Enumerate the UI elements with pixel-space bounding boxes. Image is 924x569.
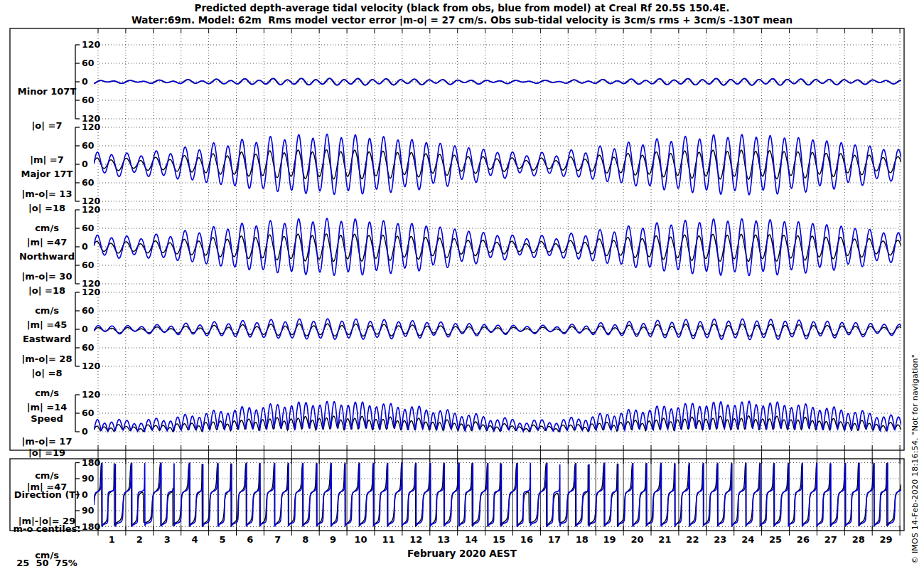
ytick-label-direction: 180 (82, 523, 100, 531)
day-label-3: 3 (164, 534, 171, 545)
day-label-14: 14 (465, 534, 478, 545)
ytick-label-east: 60 (82, 307, 94, 315)
ytick-label-speed: 60 (82, 409, 94, 418)
day-label-12: 12 (409, 534, 422, 545)
day-label-7: 7 (274, 534, 281, 545)
day-label-24: 24 (741, 534, 754, 545)
day-label-26: 26 (797, 534, 810, 545)
panel-info-line: Northward (1, 251, 92, 262)
panel-info-line: m-o centiles: (1, 523, 92, 535)
day-label-20: 20 (630, 534, 643, 545)
panel-info-line: |o| =18 (1, 203, 92, 214)
ytick-label-major: 60 (82, 142, 94, 150)
panel-info-line: |o| =18 (1, 285, 92, 297)
day-label-18: 18 (576, 534, 589, 545)
panel-info-line: 25 50 75% (1, 558, 92, 569)
ytick-label-north: 120 (82, 206, 100, 214)
ytick-label-direction: 180 (82, 459, 100, 467)
panel-info-line: Speed (1, 413, 92, 425)
ytick-label-major: 120 (82, 123, 100, 132)
day-label-2: 2 (136, 534, 143, 545)
imos-watermark: © IMOS 14-Feb-2020 18:16:54. "Not for na… (910, 354, 920, 564)
panel-info-line: |o| =19 (1, 447, 92, 459)
day-label-27: 27 (824, 534, 837, 545)
ytick-label-east: 120 (82, 362, 100, 371)
ytick-label-north: 60 (82, 224, 94, 233)
day-label-16: 16 (520, 534, 533, 545)
ytick-label-direction: 0 (82, 491, 88, 499)
ytick-label-direction: 90 (82, 474, 94, 483)
day-label-6: 6 (247, 534, 253, 545)
day-label-29: 29 (880, 534, 893, 545)
ytick-label-north: 0 (82, 243, 88, 251)
ytick-label-east: 0 (82, 325, 88, 334)
day-label-4: 4 (192, 534, 198, 545)
day-label-1: 1 (109, 534, 115, 545)
ytick-label-east: 60 (82, 344, 94, 352)
ytick-label-speed: 0 (82, 427, 88, 436)
day-label-25: 25 (769, 534, 782, 545)
ytick-label-major: 60 (82, 179, 94, 187)
panel-info-line: Major 17T (1, 169, 92, 180)
day-label-15: 15 (493, 534, 505, 545)
day-label-9: 9 (330, 534, 336, 545)
ytick-label-minor: 0 (82, 78, 88, 86)
figure: Predicted depth-average tidal velocity (… (0, 0, 924, 569)
day-label-23: 23 (714, 534, 726, 545)
ytick-label-direction: 90 (82, 506, 94, 515)
tidal-plot-canvas (0, 0, 924, 569)
ytick-label-east: 120 (82, 288, 100, 297)
ytick-label-north: 60 (82, 261, 94, 270)
day-label-28: 28 (852, 534, 865, 545)
panel-info-line: Eastward (1, 334, 92, 345)
day-label-11: 11 (382, 534, 394, 545)
day-label-8: 8 (302, 534, 308, 545)
day-label-17: 17 (548, 534, 561, 545)
panel-info-line: Minor 107T (1, 86, 92, 97)
ytick-label-minor: 120 (82, 41, 100, 49)
day-label-19: 19 (603, 534, 616, 545)
panel-info-line: Direction (T) (1, 489, 92, 501)
panel-info-line: |o| =7 (1, 120, 92, 132)
ytick-label-major: 0 (82, 160, 88, 169)
ytick-label-speed: 120 (82, 390, 100, 399)
x-axis-label: February 2020 AEST (0, 548, 924, 559)
day-label-13: 13 (437, 534, 450, 545)
day-label-10: 10 (355, 534, 367, 545)
day-label-21: 21 (658, 534, 671, 545)
ytick-label-minor: 60 (82, 96, 94, 105)
panel-info-line: |o| =8 (1, 368, 92, 379)
day-label-5: 5 (219, 534, 225, 545)
ytick-label-minor: 60 (82, 59, 94, 68)
day-label-22: 22 (686, 534, 699, 545)
